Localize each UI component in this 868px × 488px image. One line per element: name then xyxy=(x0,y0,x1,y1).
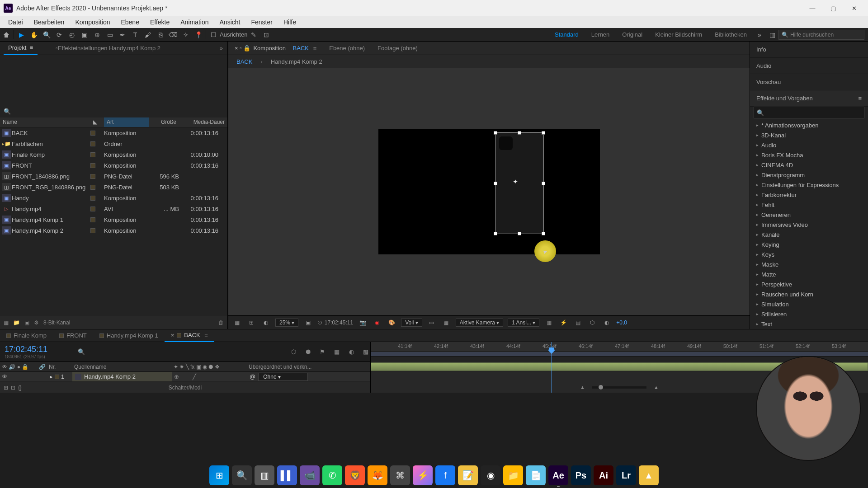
help-search-input[interactable]: 🔍 Hilfe durchsuchen xyxy=(778,30,864,40)
pixel-aspect-icon[interactable]: ▥ xyxy=(544,319,554,326)
channel-icon[interactable]: ◉ xyxy=(372,319,382,326)
shy-icon[interactable]: ⚑ xyxy=(318,348,327,355)
roi-icon[interactable]: ▭ xyxy=(427,319,437,326)
comp-mini-flowchart-icon[interactable]: ⬡ xyxy=(289,348,298,355)
toggle-switches-icon[interactable]: ⊞ xyxy=(4,385,8,391)
workspace-original[interactable]: Original xyxy=(616,31,649,38)
project-item[interactable]: ▣HandyKomposition0:00:13:16 xyxy=(0,192,227,203)
orbit-tool-icon[interactable]: ⟳ xyxy=(53,28,66,41)
exposure-reset-icon[interactable]: ◐ xyxy=(602,319,612,326)
panel-overflow-icon[interactable]: » xyxy=(215,42,227,55)
time-ruler[interactable]: 41:14f42:14f43:14f44:14f45:14f46:14f47:1… xyxy=(371,342,868,352)
anchor-point-icon[interactable]: ✦ xyxy=(513,178,520,185)
project-item[interactable]: ▣Handy.mp4 Komp 1Komposition0:00:13:16 xyxy=(0,214,227,225)
taskbar-search-icon[interactable]: 🔍 xyxy=(232,465,252,485)
menu-hilfe[interactable]: Hilfe xyxy=(278,19,302,26)
menu-ebene[interactable]: Ebene xyxy=(115,19,144,26)
puppet-tool-icon[interactable]: 📍 xyxy=(192,28,205,41)
menu-effekte[interactable]: Effekte xyxy=(145,19,175,26)
panel-audio[interactable]: Audio xyxy=(750,58,868,74)
effect-category[interactable]: Rauschen und Korn xyxy=(750,289,868,299)
menu-komposition[interactable]: Komposition xyxy=(70,19,115,26)
view-layout-dropdown[interactable]: 1 Ansi... ▾ xyxy=(508,319,539,327)
panel-info[interactable]: Info xyxy=(750,42,868,58)
whatsapp-icon[interactable]: ✆ xyxy=(322,465,342,485)
mask-icon[interactable]: ◐ xyxy=(261,319,271,326)
taskbar-app-4[interactable]: 📝 xyxy=(458,465,478,485)
workspace-lernen[interactable]: Lernen xyxy=(585,31,616,38)
timeline-icon[interactable]: ▤ xyxy=(573,319,583,326)
current-timecode[interactable]: 17:02:45:11 1840961 (29.97 fps) xyxy=(0,342,73,361)
effect-category[interactable]: Stilisieren xyxy=(750,309,868,319)
workspace-standard[interactable]: Standard xyxy=(548,31,585,38)
timeline-layer-row[interactable]: 👁 ▸1 Handy.mp4 Komp 2 ⊕╱ @Ohne ▾ xyxy=(0,372,370,382)
breadcrumb-back[interactable]: BACK xyxy=(236,58,252,65)
effects-search-input[interactable]: 🔍 xyxy=(754,107,864,118)
photoshop-icon[interactable]: Ps xyxy=(571,465,591,485)
project-item[interactable]: ▣BACKKomposition0:00:13:16 xyxy=(0,127,227,138)
timeline-tab-finale[interactable]: Finale Komp xyxy=(0,329,53,342)
start-button[interactable]: ⊞ xyxy=(209,465,229,485)
zoom-dropdown[interactable]: 25% ▾ xyxy=(275,319,298,327)
effect-category[interactable]: Generieren xyxy=(750,210,868,220)
grid-icon[interactable]: ⊞ xyxy=(246,319,256,326)
rotate-tool-icon[interactable]: ◴ xyxy=(66,28,78,41)
menu-animation[interactable]: Animation xyxy=(175,19,214,26)
selected-layer-bounds[interactable]: ✦ xyxy=(495,132,544,234)
close-button[interactable]: ✕ xyxy=(844,2,864,14)
work-area-bar[interactable] xyxy=(371,352,868,357)
draft-3d-icon[interactable]: ⬢ xyxy=(303,348,312,355)
snap-extents-icon[interactable]: ⊡ xyxy=(260,28,273,41)
project-item[interactable]: ▸📁FarbflächenOrdner xyxy=(0,138,227,149)
facebook-icon[interactable]: f xyxy=(435,465,455,485)
toggle-modes-icon[interactable]: ⊡ xyxy=(11,385,15,391)
brush-tool-icon[interactable]: 🖌 xyxy=(142,28,154,41)
effect-category[interactable]: Perspektive xyxy=(750,279,868,289)
illustrator-icon[interactable]: Ai xyxy=(594,465,613,485)
effect-category[interactable]: CINEMA 4D xyxy=(750,160,868,170)
delete-icon[interactable]: 🗑 xyxy=(218,319,224,326)
composition-viewer[interactable]: ✦ ➤ xyxy=(228,68,750,315)
clone-tool-icon[interactable]: ⎘ xyxy=(154,28,167,41)
bpc-label[interactable]: 8-Bit-Kanal xyxy=(43,319,70,326)
frame-blend-icon[interactable]: ▦ xyxy=(332,348,341,355)
parent-dropdown[interactable]: Ohne ▾ xyxy=(258,373,308,381)
pen-tool-icon[interactable]: ✒ xyxy=(116,28,129,41)
messenger-icon[interactable]: ⚡ xyxy=(413,465,433,485)
taskbar-app-5[interactable]: ▲ xyxy=(639,465,659,485)
maximize-button[interactable]: ▢ xyxy=(823,2,844,14)
tab-effect-settings[interactable]: ▫ Effekteinstellungen Handy.mp4 Komp 2 xyxy=(51,42,165,55)
timeline-tab-front[interactable]: FRONT xyxy=(53,329,93,342)
color-mgmt-icon[interactable]: 🎨 xyxy=(387,319,396,326)
resolution-dropdown[interactable]: Voll ▾ xyxy=(401,319,422,327)
workspace-bibliotheken[interactable]: Bibliotheken xyxy=(708,31,753,38)
tab-project[interactable]: Projekt ≡ xyxy=(4,42,38,55)
camera-tool-icon[interactable]: ▣ xyxy=(78,28,91,41)
switch-modes-button[interactable]: Schalter/Modi xyxy=(169,385,202,391)
panel-preview[interactable]: Vorschau xyxy=(750,74,868,90)
menu-datei[interactable]: Datei xyxy=(3,19,28,26)
timeline-tab-back[interactable]: × BACK ≡ xyxy=(165,329,214,342)
new-comp-icon[interactable]: ▣ xyxy=(24,319,29,326)
fast-preview-icon[interactable]: ⚡ xyxy=(558,319,568,326)
flowchart-icon[interactable]: ⬡ xyxy=(587,319,597,326)
task-view-icon[interactable]: ▥ xyxy=(255,465,274,485)
effect-category[interactable]: Einstellungen für Expressions xyxy=(750,180,868,190)
tab-composition[interactable]: × ▫ 🔒 Komposition BACK ≡ xyxy=(228,42,323,55)
effect-category[interactable]: Matte xyxy=(750,269,868,279)
effect-category[interactable]: * Animationsvorgaben xyxy=(750,120,868,130)
workspace-reset-icon[interactable]: ▥ xyxy=(766,28,778,41)
camera-dropdown[interactable]: Aktive Kamera ▾ xyxy=(456,319,503,327)
snap-checkbox[interactable]: ☐ xyxy=(207,28,220,41)
workspace-kleiner[interactable]: Kleiner Bildschirm xyxy=(649,31,708,38)
menu-ansicht[interactable]: Ansicht xyxy=(214,19,246,26)
project-item[interactable]: ▣Finale KompKomposition0:00:10:00 xyxy=(0,149,227,160)
effect-category[interactable]: Fehlt xyxy=(750,200,868,210)
layer-expand-icon[interactable]: ▸ xyxy=(50,373,53,380)
panel-effects-presets[interactable]: Effekte und Vorgaben≡ xyxy=(750,90,868,107)
effect-category[interactable]: Boris FX Mocha xyxy=(750,150,868,160)
project-search[interactable]: 🔍 xyxy=(0,105,227,117)
shape-tool-icon[interactable]: ▭ xyxy=(104,28,116,41)
project-item[interactable]: ▣Handy.mp4 Komp 2Komposition0:00:13:16 xyxy=(0,225,227,236)
menu-fenster[interactable]: Fenster xyxy=(245,19,278,26)
